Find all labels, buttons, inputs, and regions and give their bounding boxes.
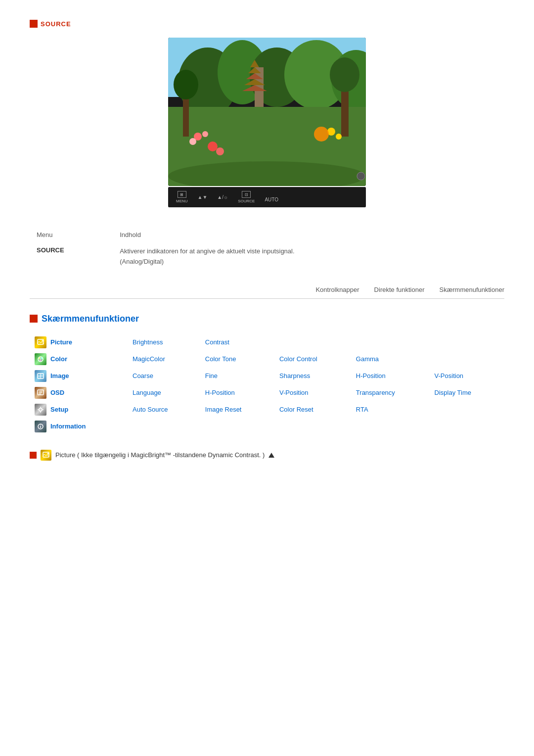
osd-name[interactable]: OSD xyxy=(50,389,64,396)
monitor-section: ⊞ MENU ▲▼ ▲/☼ ⊡ SOURCE AUTO xyxy=(30,38,504,207)
svg-point-25 xyxy=(314,127,329,142)
color-reset-link[interactable]: Color Reset xyxy=(279,406,313,413)
table-row: Color MagicColor Color Tone Color Contro… xyxy=(30,351,504,368)
brightness-link[interactable]: Brightness xyxy=(133,338,163,346)
svg-point-16 xyxy=(330,57,359,92)
table-row: OSD Language H-Position V-Position Trans… xyxy=(30,384,504,401)
svg-point-14 xyxy=(174,70,198,99)
nav-tabs: Kontrolknapper Direkte funktioner Skærmm… xyxy=(30,286,504,299)
image-name[interactable]: Image xyxy=(50,372,69,379)
display-time-link[interactable]: Display Time xyxy=(435,389,471,396)
menu-col-header: Menu xyxy=(31,228,113,242)
color-icon xyxy=(35,353,46,365)
image-icon xyxy=(35,370,46,382)
tab-direkte-funktioner[interactable]: Direkte funktioner xyxy=(374,286,425,295)
section-title: Skærmmenufunktioner xyxy=(42,314,139,324)
svg-point-31 xyxy=(41,357,43,359)
monitor-image xyxy=(168,38,366,186)
table-row: Picture Brightness Contrast xyxy=(30,334,504,351)
source-icon xyxy=(30,20,38,28)
source-menu-label: SOURCE xyxy=(31,243,113,270)
svg-point-24 xyxy=(216,147,224,155)
source-label: SOURCE xyxy=(41,20,71,28)
section-icon xyxy=(30,315,38,323)
monitor-screen xyxy=(168,38,366,186)
svg-point-32 xyxy=(40,359,42,361)
triangle-up-icon xyxy=(268,453,274,458)
gamma-link[interactable]: Gamma xyxy=(356,355,379,363)
skaerm-section-header: Skærmmenufunktioner xyxy=(30,314,504,324)
source-menu-desc: Aktiverer indikatoren for at angive de a… xyxy=(114,243,503,270)
auto-source-link[interactable]: Auto Source xyxy=(133,406,168,413)
color-control-link[interactable]: Color Control xyxy=(279,355,317,363)
image-reset-link[interactable]: Image Reset xyxy=(205,406,242,413)
rta-link[interactable]: RTA xyxy=(356,406,368,413)
information-name[interactable]: Information xyxy=(50,423,86,430)
transparency-link[interactable]: Transparency xyxy=(356,389,395,396)
fine-link[interactable]: Fine xyxy=(205,372,218,379)
svg-point-23 xyxy=(208,142,218,151)
information-icon xyxy=(35,421,46,432)
svg-point-26 xyxy=(357,172,365,180)
h-position-image-link[interactable]: H-Position xyxy=(356,372,386,379)
svg-point-21 xyxy=(336,134,342,140)
auto-bright-button[interactable]: ▲/☼ xyxy=(217,194,228,200)
v-position-image-link[interactable]: V-Position xyxy=(435,372,464,379)
coarse-link[interactable]: Coarse xyxy=(133,372,153,379)
svg-point-49 xyxy=(47,453,49,454)
table-row: Information xyxy=(30,418,504,435)
magiccolor-link[interactable]: MagicColor xyxy=(133,355,165,363)
monitor-buttons-bar: ⊞ MENU ▲▼ ▲/☼ ⊡ SOURCE AUTO xyxy=(168,187,366,207)
svg-point-19 xyxy=(189,138,196,145)
osd-icon xyxy=(35,387,46,399)
tab-kontrolknapper[interactable]: Kontrolknapper xyxy=(315,286,359,295)
contrast-link[interactable]: Contrast xyxy=(205,338,229,346)
h-position-osd-link[interactable]: H-Position xyxy=(205,389,235,396)
bottom-note-picture-icon xyxy=(41,450,51,461)
content-col-header: Indhold xyxy=(114,228,503,242)
picture-name[interactable]: Picture xyxy=(50,338,72,346)
svg-point-30 xyxy=(39,357,41,359)
source-button[interactable]: ⊡ SOURCE xyxy=(238,191,255,203)
table-row: Setup Auto Source Image Reset Color Rese… xyxy=(30,401,504,418)
bottom-note-source-icon xyxy=(30,452,37,459)
setup-icon xyxy=(35,404,46,416)
picture-icon xyxy=(35,336,46,348)
color-name[interactable]: Color xyxy=(50,355,67,363)
menu-button[interactable]: ⊞ MENU xyxy=(176,191,188,203)
menu-grid-table: Picture Brightness Contrast Color MagicC… xyxy=(30,334,504,435)
bottom-note: Picture ( Ikke tilgængelig i MagicBright… xyxy=(30,450,504,461)
menu-description-table: Menu Indhold SOURCE Aktiverer indikatore… xyxy=(30,227,504,271)
svg-point-18 xyxy=(202,131,208,137)
svg-point-47 xyxy=(40,425,41,425)
table-row: Image Coarse Fine Sharpness H-Position V… xyxy=(30,368,504,384)
brightness-contrast-button[interactable]: ▲▼ xyxy=(198,194,208,200)
color-tone-link[interactable]: Color Tone xyxy=(205,355,236,363)
source-header: SOURCE xyxy=(30,20,504,28)
setup-name[interactable]: Setup xyxy=(50,406,68,413)
v-position-osd-link[interactable]: V-Position xyxy=(279,389,309,396)
tab-skaermmenufunktioner[interactable]: Skærmmenufunktioner xyxy=(440,286,505,295)
sharpness-link[interactable]: Sharpness xyxy=(279,372,310,379)
svg-point-40 xyxy=(39,408,42,411)
bottom-note-text: Picture ( Ikke tilgængelig i MagicBright… xyxy=(55,451,265,459)
svg-point-28 xyxy=(42,340,44,341)
auto-button[interactable]: AUTO xyxy=(265,192,278,202)
language-link[interactable]: Language xyxy=(133,389,161,396)
